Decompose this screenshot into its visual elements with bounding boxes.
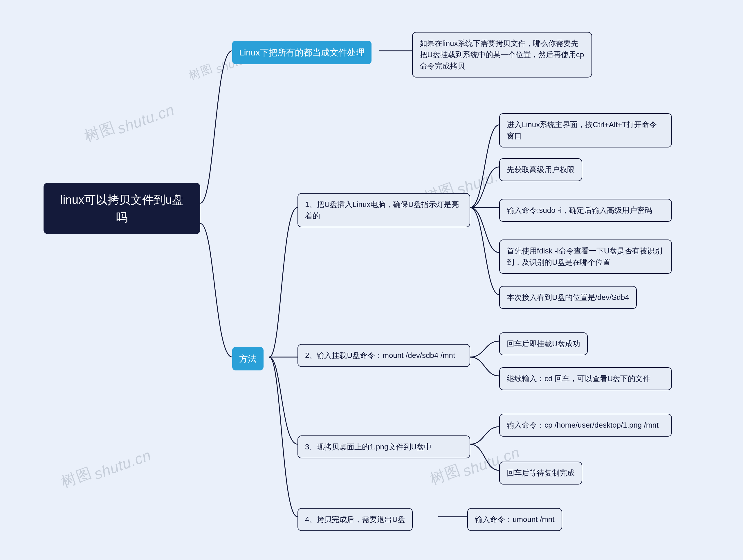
- watermark-cn: 树图: [58, 463, 95, 493]
- step-3-child-1: 回车后等待复制完成: [499, 462, 582, 484]
- root-line2: 吗: [116, 208, 128, 226]
- connector-lines: [0, 0, 743, 560]
- step-2-child-1-text: 继续输入：cd 回车，可以查看U盘下的文件: [507, 373, 650, 384]
- branch1-title: Linux下把所有的都当成文件处理: [232, 41, 372, 64]
- root-node: linux可以拷贝文件到u盘 吗: [44, 183, 200, 234]
- step-2-label: 2、输入挂载U盘命令：mount /dev/sdb4 /mnt: [305, 350, 455, 361]
- step-1-child-3: 首先使用fdisk -l命令查看一下U盘是否有被识别到，及识别的U盘是在哪个位置: [499, 240, 672, 274]
- step-3-child-0: 输入命令：cp /home/user/desktop/1.png /mnt: [499, 414, 672, 437]
- watermark-en: shutu.cn: [92, 446, 154, 483]
- step-1-label: 1、把U盘插入Linux电脑，确保U盘指示灯是亮着的: [305, 199, 463, 221]
- step-1-child-4-text: 本次接入看到U盘的位置是/dev/Sdb4: [507, 292, 629, 303]
- step-2-child-0: 回车后即挂载U盘成功: [499, 332, 588, 355]
- watermark-cn: 树图: [82, 117, 118, 147]
- step-2-child-0-text: 回车后即挂载U盘成功: [507, 338, 580, 349]
- step-1-child-1-text: 先获取高级用户权限: [507, 164, 575, 175]
- step-4-label: 4、拷贝完成后，需要退出U盘: [305, 514, 405, 525]
- step-1-child-4: 本次接入看到U盘的位置是/dev/Sdb4: [499, 286, 637, 309]
- step-2: 2、输入挂载U盘命令：mount /dev/sdb4 /mnt: [298, 344, 470, 367]
- step-3-label: 3、现拷贝桌面上的1.png文件到U盘中: [305, 441, 432, 453]
- step-1-child-1: 先获取高级用户权限: [499, 158, 582, 181]
- step-4-child-0-text: 输入命令：umount /mnt: [475, 514, 555, 525]
- step-1-child-0: 进入Linux系统主界面，按Ctrl+Alt+T打开命令窗口: [499, 113, 672, 147]
- branch2-title: 方法: [232, 347, 264, 371]
- step-3-child-1-text: 回车后等待复制完成: [507, 467, 575, 479]
- step-4-child-0: 输入命令：umount /mnt: [467, 508, 562, 531]
- step-1-child-2: 输入命令:sudo -i，确定后输入高级用户密码: [499, 199, 672, 222]
- step-1-child-0-text: 进入Linux系统主界面，按Ctrl+Alt+T打开命令窗口: [507, 119, 664, 142]
- step-2-child-1: 继续输入：cd 回车，可以查看U盘下的文件: [499, 367, 672, 390]
- watermark-en: shutu.cn: [115, 101, 177, 137]
- watermark-cn: 树图: [187, 60, 215, 83]
- branch1-title-text: Linux下把所有的都当成文件处理: [239, 46, 364, 59]
- root-line1: linux可以拷贝文件到u盘: [60, 191, 184, 208]
- step-3: 3、现拷贝桌面上的1.png文件到U盘中: [298, 435, 470, 459]
- branch2-title-text: 方法: [239, 352, 257, 365]
- step-1-child-3-text: 首先使用fdisk -l命令查看一下U盘是否有被识别到，及识别的U盘是在哪个位置: [507, 245, 664, 268]
- step-1: 1、把U盘插入Linux电脑，确保U盘指示灯是亮着的: [298, 193, 470, 227]
- watermark-cn: 树图: [427, 460, 463, 490]
- branch1-desc: 如果在linux系统下需要拷贝文件，哪么你需要先把U盘挂载到系统中的某一个位置，…: [412, 32, 592, 78]
- step-4: 4、拷贝完成后，需要退出U盘: [298, 508, 413, 531]
- step-1-child-2-text: 输入命令:sudo -i，确定后输入高级用户密码: [507, 205, 652, 216]
- step-3-child-0-text: 输入命令：cp /home/user/desktop/1.png /mnt: [507, 420, 659, 431]
- branch1-desc-text: 如果在linux系统下需要拷贝文件，哪么你需要先把U盘挂载到系统中的某一个位置，…: [420, 38, 584, 72]
